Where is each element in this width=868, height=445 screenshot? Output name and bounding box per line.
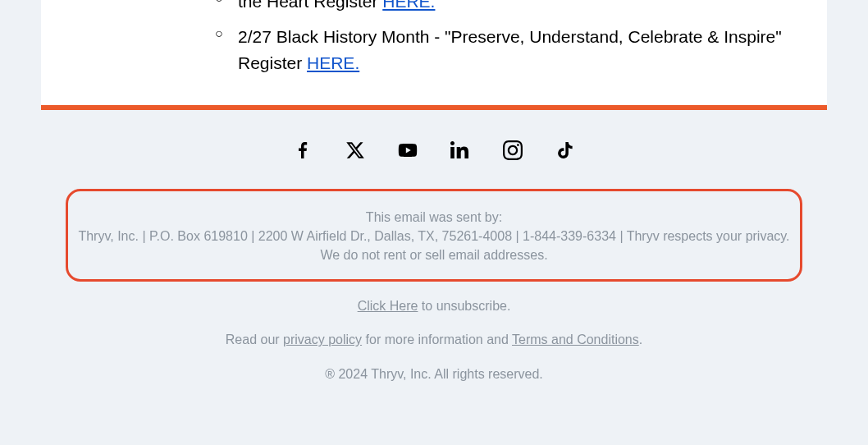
- policy-suffix: .: [639, 333, 642, 346]
- linkedin-icon[interactable]: [450, 140, 471, 161]
- list-item: 2/27 Black History Month - "Preserve, Un…: [238, 24, 794, 77]
- instagram-icon[interactable]: [502, 140, 523, 161]
- sent-by-label: This email was sent by:: [76, 208, 792, 227]
- unsubscribe-line: Click Here to unsubscribe.: [62, 296, 806, 315]
- register-link[interactable]: HERE.: [307, 53, 359, 72]
- list-item: the Heart Register HERE.: [238, 0, 794, 16]
- sender-info-highlight: This email was sent by: Thryv, Inc. | P.…: [66, 189, 802, 282]
- register-link[interactable]: HERE.: [382, 0, 435, 11]
- unsubscribe-suffix: to unsubscribe.: [418, 299, 510, 313]
- terms-link[interactable]: Terms and Conditions: [512, 333, 639, 346]
- copyright: ® 2024 Thryv, Inc. All rights reserved.: [62, 365, 806, 383]
- youtube-icon[interactable]: [397, 140, 418, 161]
- policy-line: Read our privacy policy for more informa…: [62, 330, 806, 349]
- social-icons-row: [62, 140, 806, 161]
- policy-middle: for more information and: [362, 333, 512, 346]
- x-twitter-icon[interactable]: [345, 140, 366, 161]
- content-card: the Heart Register HERE. 2/27 Black Hist…: [41, 0, 827, 105]
- event-list: the Heart Register HERE. 2/27 Black Hist…: [74, 0, 794, 77]
- privacy-policy-link[interactable]: privacy policy: [283, 333, 362, 346]
- policy-prefix: Read our: [226, 333, 283, 346]
- event-text-partial: the Heart Register: [238, 0, 382, 11]
- sent-by-detail: Thryv, Inc. | P.O. Box 619810 | 2200 W A…: [76, 227, 792, 264]
- tiktok-icon[interactable]: [555, 140, 576, 161]
- facebook-icon[interactable]: [292, 140, 313, 161]
- unsubscribe-link[interactable]: Click Here: [358, 299, 418, 313]
- email-footer: This email was sent by: Thryv, Inc. | P.…: [41, 110, 827, 420]
